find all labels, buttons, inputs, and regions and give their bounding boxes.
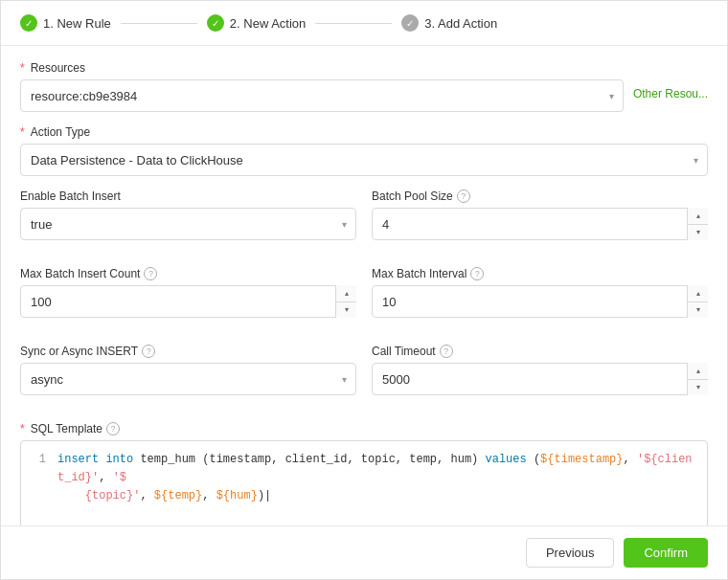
step-add-action: ✓ 3. Add Action (401, 14, 497, 32)
call-timeout-label: Call Timeout ? (372, 345, 708, 358)
max-batch-insert-count-up-btn[interactable]: ▴ (336, 285, 356, 302)
resources-select-wrapper: resource:cb9e3984 ▾ (20, 79, 624, 112)
max-batch-interval-label: Max Batch Interval ? (372, 267, 708, 280)
sql-var-topic: '$ (113, 471, 126, 484)
sync-async-select-wrapper: async ▾ (20, 363, 356, 395)
previous-button[interactable]: Previous (526, 538, 615, 568)
sql-template-group: * SQL Template ? 1 insert into temp_hum … (20, 422, 708, 525)
max-batch-interval-group: Max Batch Interval ? ▴ ▾ (372, 267, 708, 318)
form-content: * Resources resource:cb9e3984 ▾ Other Re… (1, 46, 727, 525)
call-timeout-spinner: ▴ ▾ (687, 363, 708, 395)
enable-batch-insert-group: Enable Batch Insert true ▾ (20, 190, 356, 240)
sync-async-info-icon[interactable]: ? (142, 345, 155, 358)
action-type-select-wrapper: Data Persistence - Data to ClickHouse ▾ (20, 144, 708, 176)
footer: Previous Confirm (1, 525, 727, 579)
sql-insert-keyword: insert into (57, 453, 133, 466)
step-new-action: ✓ 2. New Action (207, 14, 307, 32)
sql-var-temp: ${temp} (154, 489, 202, 502)
max-batch-insert-count-label: Max Batch Insert Count ? (20, 267, 356, 280)
resources-row: resource:cb9e3984 ▾ Other Resou... (20, 79, 708, 112)
sql-values-keyword: values (485, 453, 526, 466)
step-new-action-icon: ✓ (207, 14, 224, 32)
batch-pool-size-down-btn[interactable]: ▾ (688, 225, 708, 241)
max-batch-interval-spinner: ▴ ▾ (687, 285, 708, 318)
sql-comma-1: , (624, 453, 637, 466)
sql-var-timestamp: ${timestamp} (540, 453, 623, 466)
max-batch-interval-down-btn[interactable]: ▾ (688, 302, 708, 319)
max-batch-insert-count-info-icon[interactable]: ? (144, 267, 157, 280)
max-batch-insert-count-spinner: ▴ ▾ (335, 285, 356, 318)
batch-pool-size-up-btn[interactable]: ▴ (688, 208, 708, 225)
sync-async-select[interactable]: async (20, 363, 356, 395)
step-connector-1 (121, 23, 197, 24)
batch-pool-size-input-wrapper: ▴ ▾ (372, 208, 708, 240)
other-resource-link[interactable]: Other Resou... (633, 79, 708, 100)
sql-close-paren: )| (258, 489, 271, 502)
max-batch-insert-count-group: Max Batch Insert Count ? ▴ ▾ (20, 267, 356, 318)
resources-field-group: * Resources resource:cb9e3984 ▾ Other Re… (20, 61, 708, 112)
row-batch: Enable Batch Insert true ▾ Batch Pool Si… (20, 190, 708, 254)
action-type-select[interactable]: Data Persistence - Data to ClickHouse (20, 144, 708, 176)
call-timeout-group: Call Timeout ? ▴ ▾ (372, 345, 708, 395)
page: ✓ 1. New Rule ✓ 2. New Action ✓ 3. Add A… (0, 0, 728, 580)
enable-batch-insert-label: Enable Batch Insert (20, 190, 356, 203)
row-batch-count-interval: Max Batch Insert Count ? ▴ ▾ Max Batch I… (20, 267, 708, 331)
action-type-field-group: * Action Type Data Persistence - Data to… (20, 125, 708, 176)
sql-content[interactable]: insert into temp_hum (timestamp, client_… (57, 451, 697, 525)
max-batch-insert-count-down-btn[interactable]: ▾ (336, 302, 356, 319)
step-connector-2 (315, 23, 392, 24)
max-batch-interval-input[interactable] (372, 285, 708, 318)
resources-label: * Resources (20, 61, 708, 75)
max-batch-insert-count-input[interactable] (20, 285, 356, 318)
sql-comma-3: , (140, 489, 153, 502)
call-timeout-info-icon[interactable]: ? (440, 345, 453, 358)
sql-indent (57, 489, 85, 502)
step-new-rule-icon: ✓ (20, 14, 37, 32)
enable-batch-insert-select-wrapper: true ▾ (20, 208, 356, 240)
stepper: ✓ 1. New Rule ✓ 2. New Action ✓ 3. Add A… (1, 1, 727, 46)
sql-line-numbers: 1 (31, 451, 46, 525)
batch-pool-size-input[interactable] (372, 208, 708, 240)
sync-async-label: Sync or Async INSERT ? (20, 345, 356, 358)
batch-pool-size-group: Batch Pool Size ? ▴ ▾ (372, 190, 708, 240)
sql-comma-2: , (99, 471, 112, 484)
sql-var-topic-cont: {topic}' (85, 489, 141, 502)
resources-select[interactable]: resource:cb9e3984 (20, 79, 624, 112)
max-batch-insert-count-input-wrapper: ▴ ▾ (20, 285, 356, 318)
sql-var-hum: ${hum} (216, 489, 258, 502)
max-batch-interval-input-wrapper: ▴ ▾ (372, 285, 708, 318)
sql-editor[interactable]: 1 insert into temp_hum (timestamp, clien… (20, 440, 708, 525)
sql-comma-4: , (202, 489, 216, 502)
max-batch-interval-info-icon[interactable]: ? (470, 267, 484, 280)
row-sync-timeout: Sync or Async INSERT ? async ▾ Call Time… (20, 345, 708, 409)
sql-template-label: * SQL Template ? (20, 422, 708, 435)
step-new-rule-label: 1. New Rule (43, 16, 111, 31)
step-add-action-icon: ✓ (401, 14, 419, 32)
call-timeout-input[interactable] (372, 363, 708, 395)
step-new-action-label: 2. New Action (230, 16, 307, 31)
batch-pool-size-label: Batch Pool Size ? (372, 190, 708, 203)
step-new-rule: ✓ 1. New Rule (20, 14, 111, 32)
max-batch-interval-up-btn[interactable]: ▴ (688, 285, 708, 302)
enable-batch-insert-select[interactable]: true (20, 208, 356, 240)
call-timeout-down-btn[interactable]: ▾ (688, 380, 708, 396)
call-timeout-input-wrapper: ▴ ▾ (372, 363, 708, 395)
action-type-label: * Action Type (20, 125, 708, 139)
batch-pool-size-info-icon[interactable]: ? (457, 190, 470, 203)
call-timeout-up-btn[interactable]: ▴ (688, 363, 708, 380)
confirm-button[interactable]: Confirm (624, 538, 708, 568)
batch-pool-size-spinner: ▴ ▾ (687, 208, 708, 240)
sql-template-info-icon[interactable]: ? (106, 422, 120, 435)
sql-table-name: temp_hum (timestamp, client_id, topic, t… (140, 453, 485, 466)
sync-async-group: Sync or Async INSERT ? async ▾ (20, 345, 356, 395)
step-add-action-label: 3. Add Action (424, 16, 497, 31)
